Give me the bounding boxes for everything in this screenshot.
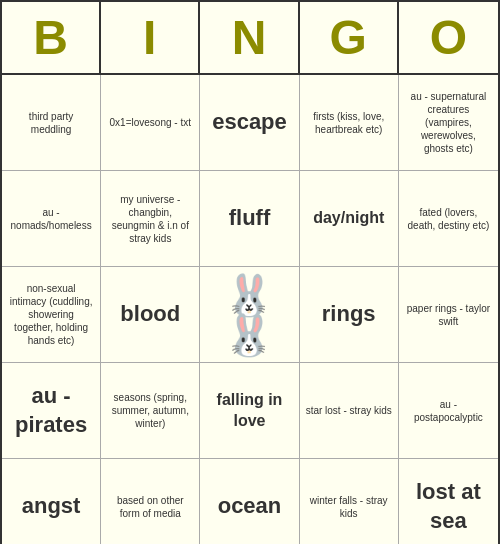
cell-1-3: escape bbox=[200, 75, 299, 171]
bingo-card: B I N G O third party meddling 0x1=loves… bbox=[0, 0, 500, 544]
cell-2-3: fluff bbox=[200, 171, 299, 267]
bunny-characters: 🐰🐰 bbox=[206, 275, 292, 355]
cell-5-1: angst bbox=[2, 459, 101, 544]
cell-4-4: star lost - stray kids bbox=[300, 363, 399, 459]
cell-1-4: firsts (kiss, love, heartbreak etc) bbox=[300, 75, 399, 171]
letter-o: O bbox=[399, 2, 498, 73]
letter-i: I bbox=[101, 2, 200, 73]
cell-3-1: non-sexual intimacy (cuddling, showering… bbox=[2, 267, 101, 363]
cell-5-4: winter falls - stray kids bbox=[300, 459, 399, 544]
bingo-header: B I N G O bbox=[2, 2, 498, 75]
cell-4-3: falling in love bbox=[200, 363, 299, 459]
cell-1-2: 0x1=lovesong - txt bbox=[101, 75, 200, 171]
cell-3-4: rings bbox=[300, 267, 399, 363]
letter-g: G bbox=[300, 2, 399, 73]
cell-5-2: based on other form of media bbox=[101, 459, 200, 544]
cell-1-5: au - supernatural creatures (vampires, w… bbox=[399, 75, 498, 171]
cell-3-3: 🐰🐰 bbox=[200, 267, 299, 363]
cell-1-1: third party meddling bbox=[2, 75, 101, 171]
cell-3-5: paper rings - taylor swift bbox=[399, 267, 498, 363]
cell-2-4: day/night bbox=[300, 171, 399, 267]
bingo-grid: third party meddling 0x1=lovesong - txt … bbox=[2, 75, 498, 544]
cell-5-3: ocean bbox=[200, 459, 299, 544]
cell-2-2: my universe - changbin, seungmin & i.n o… bbox=[101, 171, 200, 267]
cell-4-5: au - postapocalyptic bbox=[399, 363, 498, 459]
letter-n: N bbox=[200, 2, 299, 73]
cell-3-2: blood bbox=[101, 267, 200, 363]
cell-2-1: au - nomads/homeless bbox=[2, 171, 101, 267]
cell-5-5: lost at sea bbox=[399, 459, 498, 544]
cell-4-1: au - pirates bbox=[2, 363, 101, 459]
cell-2-5: fated (lovers, death, destiny etc) bbox=[399, 171, 498, 267]
cell-4-2: seasons (spring, summer, autumn, winter) bbox=[101, 363, 200, 459]
letter-b: B bbox=[2, 2, 101, 73]
